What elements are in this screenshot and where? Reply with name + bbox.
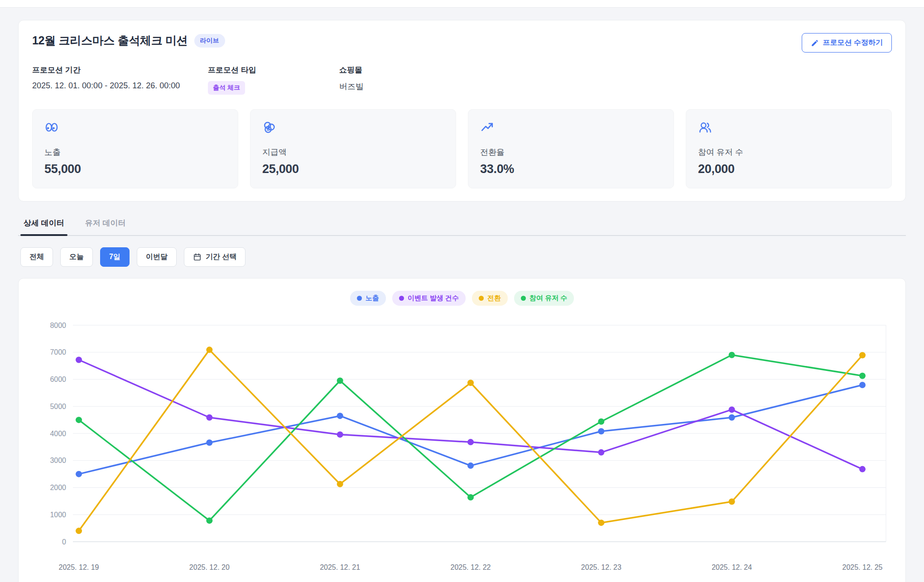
y-axis-tick-label: 3000: [50, 457, 66, 464]
legend-item[interactable]: 전환: [472, 291, 508, 306]
line-chart: 0100020003000400050006000700080002025. 1…: [19, 307, 905, 579]
legend-label: 노출: [366, 294, 379, 303]
y-axis-tick-label: 5000: [50, 403, 66, 410]
chart-point[interactable]: [598, 449, 604, 456]
chart-point[interactable]: [467, 462, 474, 469]
filter-date-range-button[interactable]: 기간 선택: [184, 247, 245, 267]
eyes-icon: [44, 120, 59, 134]
legend-dot-icon: [357, 296, 362, 301]
stat-card-impressions: 노출 55,000: [32, 109, 238, 188]
x-axis-tick-label: 2025. 12. 21: [320, 563, 360, 571]
filter-label: 이번달: [146, 252, 168, 262]
chart-legend: 노출이벤트 발생 건수전환참여 유저 수: [19, 279, 905, 306]
chart-point[interactable]: [337, 431, 343, 438]
promotion-period: 프로모션 기간 2025. 12. 01. 00:00 - 2025. 12. …: [32, 65, 208, 95]
x-axis-tick-label: 2025. 12. 25: [842, 563, 883, 571]
coins-icon: [262, 120, 276, 134]
chart-point[interactable]: [598, 519, 604, 526]
chart-point[interactable]: [859, 382, 866, 388]
stat-card-payout: 지급액 25,000: [250, 109, 456, 188]
chart-point[interactable]: [76, 528, 82, 534]
chart-point[interactable]: [76, 356, 82, 363]
edit-promotion-label: 프로모션 수정하기: [823, 38, 883, 48]
legend-dot-icon: [521, 296, 526, 301]
edit-promotion-button[interactable]: 프로모션 수정하기: [802, 33, 892, 53]
shopping-mall-value: 버즈빌: [339, 81, 364, 92]
shopping-mall-label: 쇼핑몰: [339, 65, 364, 75]
chart-point[interactable]: [729, 406, 735, 413]
chart-point[interactable]: [467, 380, 474, 386]
chart-point[interactable]: [598, 418, 604, 425]
filter-7days-button[interactable]: 7일: [100, 247, 130, 267]
chart-point[interactable]: [206, 439, 212, 446]
legend-label: 전환: [487, 294, 501, 303]
stat-value: 20,000: [698, 162, 880, 176]
stat-label: 전환율: [480, 147, 662, 158]
stat-value: 25,000: [262, 162, 444, 176]
stat-card-conversion-rate: 전환율 33.0%: [468, 109, 674, 188]
legend-item[interactable]: 참여 유저 수: [514, 291, 574, 306]
stat-label: 참여 유저 수: [698, 147, 880, 158]
filter-label: 기간 선택: [206, 252, 236, 262]
chart-point[interactable]: [337, 413, 343, 419]
chart-point[interactable]: [206, 346, 212, 353]
legend-dot-icon: [399, 296, 404, 301]
promotion-header-card: 12월 크리스마스 출석체크 미션 라이브 프로모션 수정하기 프로모션 기간 …: [18, 20, 906, 202]
y-axis-tick-label: 2000: [50, 484, 66, 491]
filter-label: 전체: [29, 252, 44, 262]
filter-today-button[interactable]: 오늘: [60, 247, 93, 267]
legend-item[interactable]: 노출: [350, 291, 386, 306]
chart-point[interactable]: [467, 494, 474, 500]
legend-item[interactable]: 이벤트 발생 건수: [392, 291, 466, 306]
chart-point[interactable]: [859, 352, 866, 358]
chart-point[interactable]: [729, 414, 735, 421]
chart-point[interactable]: [598, 428, 604, 434]
filter-label: 오늘: [69, 252, 84, 262]
chart-point[interactable]: [467, 439, 474, 445]
chart-point[interactable]: [859, 466, 866, 472]
legend-label: 참여 유저 수: [529, 294, 567, 303]
chart-point[interactable]: [206, 414, 212, 421]
legend-dot-icon: [479, 296, 484, 301]
x-axis-tick-label: 2025. 12. 23: [581, 563, 621, 571]
calendar-icon: [193, 253, 202, 261]
pencil-icon: [811, 39, 819, 47]
tab-detail-data[interactable]: 상세 데이터: [20, 218, 67, 235]
x-axis-tick-label: 2025. 12. 19: [59, 563, 99, 571]
trending-up-icon: [480, 120, 494, 134]
status-badge: 라이브: [194, 34, 225, 48]
chart-point[interactable]: [729, 352, 735, 358]
promotion-type: 프로모션 타입 출석 체크: [208, 65, 339, 95]
shopping-mall: 쇼핑몰 버즈빌: [339, 65, 364, 95]
promotion-type-badge: 출석 체크: [208, 81, 245, 95]
filter-this-month-button[interactable]: 이번달: [137, 247, 177, 267]
filter-bar: 전체오늘7일이번달기간 선택: [18, 247, 906, 267]
chart-point[interactable]: [206, 517, 212, 524]
chart-point[interactable]: [337, 481, 343, 487]
page-title: 12월 크리스마스 출석체크 미션: [32, 33, 188, 48]
chart-card: 노출이벤트 발생 건수전환참여 유저 수 0100020003000400050…: [18, 278, 906, 582]
y-axis-tick-label: 8000: [50, 322, 66, 329]
chart-point[interactable]: [76, 471, 82, 477]
y-axis-tick-label: 0: [62, 538, 66, 546]
stat-label: 노출: [44, 147, 226, 158]
chart-point[interactable]: [337, 377, 343, 384]
filter-label: 7일: [109, 252, 120, 262]
y-axis-tick-label: 4000: [50, 430, 66, 438]
chart-point[interactable]: [729, 499, 735, 505]
promotion-period-value: 2025. 12. 01. 00:00 - 2025. 12. 26. 00:0…: [32, 81, 208, 91]
users-icon: [698, 120, 712, 134]
tab-user-data[interactable]: 유저 데이터: [82, 218, 129, 235]
y-axis-tick-label: 1000: [50, 511, 66, 519]
stat-label: 지급액: [262, 147, 444, 158]
filter-all-button[interactable]: 전체: [20, 247, 53, 267]
chart-point[interactable]: [859, 373, 866, 379]
chart-point[interactable]: [76, 417, 82, 423]
legend-label: 이벤트 발생 건수: [408, 294, 459, 303]
x-axis-tick-label: 2025. 12. 20: [189, 563, 230, 571]
tab-bar: 상세 데이터유저 데이터: [18, 218, 906, 236]
stat-card-participating-users: 참여 유저 수 20,000: [686, 109, 892, 188]
x-axis-tick-label: 2025. 12. 24: [712, 563, 752, 571]
top-bar: [0, 0, 924, 8]
y-axis-tick-label: 7000: [50, 348, 66, 356]
